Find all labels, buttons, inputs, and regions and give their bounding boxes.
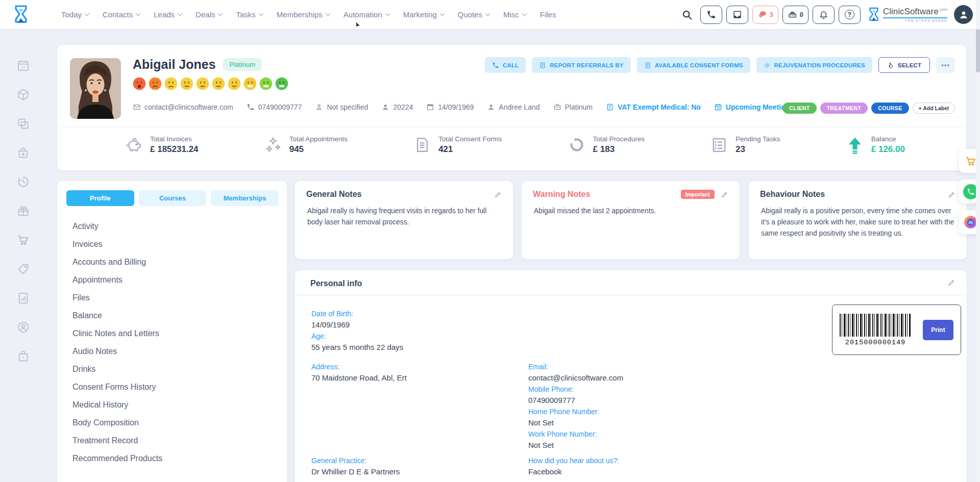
sidebar-item-appointments[interactable]: Appointments xyxy=(72,271,279,289)
chevron-down-icon xyxy=(385,11,390,16)
chat-button[interactable]: 3 xyxy=(752,6,778,24)
contact-07490009777[interactable]: 07490009777 xyxy=(247,103,302,111)
stats-row: Total Invoices£ 185231.24Total Appointme… xyxy=(125,135,905,155)
rail-package-icon[interactable] xyxy=(16,88,30,102)
select-button[interactable]: SELECT xyxy=(878,57,930,73)
nav-leads[interactable]: Leads xyxy=(154,10,182,19)
rail-gift-icon[interactable] xyxy=(16,204,30,218)
rejuvenation-procedures-button[interactable]: REJUVENATION PROCEDURES xyxy=(756,57,872,73)
print-button[interactable]: Print xyxy=(923,320,953,340)
contact-upcoming-meetings[interactable]: 12Upcoming Meetings xyxy=(714,103,794,111)
user-icon xyxy=(381,103,389,111)
svg-text:AI: AI xyxy=(968,220,972,225)
mood-face-6 xyxy=(212,77,225,92)
nav-tasks[interactable]: Tasks xyxy=(236,10,262,19)
notifications-button[interactable] xyxy=(813,6,835,24)
left-rail: 12 xyxy=(0,29,46,482)
contact-not-specified: Not specified xyxy=(315,103,368,111)
sidebar-item-body-composition[interactable]: Body Composition xyxy=(72,414,279,432)
sidebar-item-files[interactable]: Files xyxy=(72,289,279,307)
tab-profile[interactable]: Profile xyxy=(66,190,134,206)
field-label: General Practice: xyxy=(311,455,528,466)
mood-face-5 xyxy=(196,77,209,92)
svg-text:12: 12 xyxy=(717,107,720,110)
available-consent-forms-button[interactable]: AVAILABLE CONSENT FORMS xyxy=(637,57,750,73)
rail-cart-icon[interactable] xyxy=(16,233,30,247)
donut-icon xyxy=(568,136,586,154)
field-value: Facebook xyxy=(528,466,623,477)
sidebar-item-accounts-and-billing[interactable]: Accounts and Billing xyxy=(72,253,279,271)
rail-copy-icon[interactable] xyxy=(16,117,30,131)
contact-contact-clinicsoftware-com[interactable]: contact@clinicsoftware.com xyxy=(133,103,233,111)
patient-photo[interactable] xyxy=(70,58,121,119)
chevron-down-icon xyxy=(258,11,263,16)
sidebar-item-clinic-notes-and-letters[interactable]: Clinic Notes and Letters xyxy=(72,324,279,342)
nav-misc[interactable]: Misc xyxy=(503,10,526,19)
sidebar-item-consent-forms-history[interactable]: Consent Forms History xyxy=(72,378,279,396)
tag-course[interactable]: COURSE xyxy=(871,103,909,114)
nav-automation[interactable]: Automation xyxy=(344,10,389,19)
sidebar-item-audio-notes[interactable]: Audio Notes xyxy=(72,342,279,360)
sidebar-item-balance[interactable]: Balance xyxy=(72,307,279,324)
help-button[interactable]: ? xyxy=(839,6,861,24)
tag-treatment[interactable]: TREATMENT xyxy=(820,103,868,114)
docline-icon xyxy=(539,62,546,69)
edit-pencil-icon[interactable] xyxy=(721,191,728,198)
edit-pencil-icon[interactable] xyxy=(494,191,502,198)
field-work-phone-number: Work Phone Number:Not Set xyxy=(528,429,623,451)
report-referrals-by-button[interactable]: REPORT REFERRALS BY xyxy=(532,57,630,73)
call-button[interactable]: CALL xyxy=(485,57,526,73)
app-logo-icon[interactable] xyxy=(12,5,30,25)
rail-calendar12-icon[interactable]: 12 xyxy=(16,59,30,72)
user-avatar[interactable] xyxy=(954,5,973,24)
sidebar-item-recommended-products[interactable]: Recommended Products xyxy=(72,449,279,467)
inbox-button[interactable] xyxy=(726,6,748,24)
rail-account-icon[interactable] xyxy=(16,320,30,334)
note-card-warning-notes: Warning NotesImportant Abigail missed th… xyxy=(522,181,740,259)
contact-row: contact@clinicsoftware.com07490009777Not… xyxy=(133,103,794,111)
tab-memberships[interactable]: Memberships xyxy=(211,190,279,206)
tab-courses[interactable]: Courses xyxy=(139,190,207,206)
rail-report-icon[interactable] xyxy=(16,291,30,305)
nav-contacts[interactable]: Contacts xyxy=(103,10,140,19)
add-label-button[interactable]: + Add Label xyxy=(913,103,955,114)
nav-marketing[interactable]: Marketing xyxy=(403,10,444,19)
nav-quotes[interactable]: Quotes xyxy=(458,10,489,19)
search-icon[interactable] xyxy=(681,9,693,20)
profile-menu: ActivityInvoicesAccounts and BillingAppo… xyxy=(65,217,279,467)
more-actions-button[interactable]: ••• xyxy=(936,57,955,73)
sidebar-item-invoices[interactable]: Invoices xyxy=(72,235,279,253)
chat-bubbles-icon xyxy=(757,10,767,19)
scrollbar-thumb[interactable] xyxy=(976,29,980,72)
field-label: How did you hear about us?: xyxy=(528,455,623,466)
rail-basket-icon[interactable] xyxy=(16,146,30,160)
profile-tabs: ProfileCoursesMemberships xyxy=(66,190,279,206)
tag-client[interactable]: CLIENT xyxy=(782,103,816,114)
brand-hourglass-icon xyxy=(867,7,880,23)
sidebar-item-drinks[interactable]: Drinks xyxy=(72,360,279,378)
portrait-illustration xyxy=(70,58,121,119)
brand-logo[interactable]: ClinicSoftware.com TEN STEPS AHEAD xyxy=(867,7,947,23)
rail-voucher-icon[interactable] xyxy=(16,262,30,276)
phone-call-button[interactable] xyxy=(700,6,722,24)
rail-locker-icon[interactable] xyxy=(16,349,30,363)
page-scrollbar[interactable] xyxy=(976,0,980,482)
divider xyxy=(57,126,966,127)
meetings-icon: 12 xyxy=(714,103,722,111)
nav-memberships[interactable]: Memberships xyxy=(277,10,330,19)
register-button[interactable]: 0 xyxy=(782,6,808,24)
sidebar-item-treatment-record[interactable]: Treatment Record xyxy=(72,432,279,449)
sidebar-item-medical-history[interactable]: Medical History xyxy=(72,396,279,414)
inbox-tray-icon xyxy=(732,10,742,19)
user-icon xyxy=(958,9,969,20)
sidebar-item-activity[interactable]: Activity xyxy=(72,217,279,235)
contact-vat-exempt-medical-no[interactable]: VAT Exempt Medical: No xyxy=(606,103,701,111)
nav-today[interactable]: Today xyxy=(61,10,89,19)
edit-pencil-icon[interactable] xyxy=(947,278,955,289)
nav-files[interactable]: Files xyxy=(540,10,556,19)
tasks-icon xyxy=(710,136,728,154)
edit-pencil-icon[interactable] xyxy=(948,191,955,198)
nav-deals[interactable]: Deals xyxy=(195,10,222,19)
barcode-number: 2015000000149 xyxy=(845,339,905,346)
rail-history-icon[interactable] xyxy=(16,175,30,189)
